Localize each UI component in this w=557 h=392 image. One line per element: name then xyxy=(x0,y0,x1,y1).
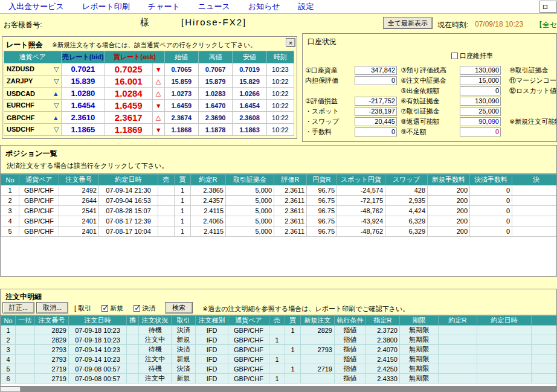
cell-exec-datetime xyxy=(477,335,532,345)
account-left-column: ①口座資産 347,842 内担保評価 0 ②評価損益 -217,752 ・スポ… xyxy=(305,65,399,137)
bid-rate: 1.6454 xyxy=(61,100,105,112)
filter-new-toggle[interactable]: 新規 xyxy=(101,304,132,312)
cell-exec-datetime: 07-09-14 21:30 xyxy=(99,185,158,196)
cell-order-no: 2644 xyxy=(59,196,99,206)
bid-trend-icon: ▲ xyxy=(53,90,59,97)
col-header: 約定R xyxy=(439,316,477,326)
account-row: ・手数料 0 xyxy=(305,127,399,137)
col-header-pair: 通貨ペア xyxy=(4,51,62,63)
account-row: ⑤出金依頼額 0 xyxy=(401,86,503,96)
cell-specified-rate: 2.4250 xyxy=(366,364,400,374)
position-table-area: No 通貨ペア 注文番号 約定日時 売 買 約定R 取引証拠金 評価R 円貨R … xyxy=(1,173,556,276)
search-button[interactable]: 検索 xyxy=(165,302,193,313)
edit-order-button[interactable]: 訂正... xyxy=(2,302,34,313)
cell-close-fee: 0 xyxy=(470,227,512,237)
cell-margin: 5,000 xyxy=(226,206,274,216)
close-icon[interactable]: × xyxy=(286,38,295,47)
position-row[interactable]: 2 GBP/CHF 2644 07-09-04 16:53 1 2.4357 5… xyxy=(1,196,557,206)
account-label: ・スワップ xyxy=(305,117,355,126)
cell-exec-datetime: 07-08-28 15:07 xyxy=(99,206,158,216)
cell-new-fee: 200 xyxy=(428,227,470,237)
rate-row[interactable]: ZARJPY▽ 15.839 16.001 △ 15.859 15.879 15… xyxy=(4,76,294,88)
order-row[interactable]: 3 2793 07-09-14 10:23 待機 決済 IFD GBP/CHF … xyxy=(1,345,557,355)
cell-jpy-rate: 96.75 xyxy=(307,227,337,237)
col-header: 注文番号 xyxy=(35,316,69,326)
position-panel-title: ポジション一覧 xyxy=(5,149,57,159)
ask-rate: 0.7025 xyxy=(105,63,152,76)
cell-pair: GBP/CHF xyxy=(228,345,269,355)
bid-rate: 0.7021 xyxy=(61,63,105,76)
position-row[interactable]: 4 GBP/CHF 2401 07-08-17 12:39 1 2.4065 5… xyxy=(1,216,557,227)
position-row[interactable]: 5 GBP/CHF 2401 07-08-17 10:04 1 2.4115 5… xyxy=(1,227,557,237)
checkbox-icon[interactable] xyxy=(101,305,108,312)
cell-pair: GBP/CHF xyxy=(19,185,59,196)
cell-exec-rate xyxy=(439,374,477,384)
rate-row[interactable]: USDCAD▲ 1.0280 1.0284 △ 1.0273 1.0283 1.… xyxy=(4,88,294,100)
cell-jpy-rate: 96.75 xyxy=(307,185,337,196)
currency-pair: NZDUSD xyxy=(7,65,34,72)
rate-row[interactable]: NZDUSD▽ 0.7021 0.7025 ▼ 0.7065 0.7067 0.… xyxy=(4,63,294,76)
filter-new-label: 新規 xyxy=(110,304,123,312)
col-header: 携 xyxy=(127,316,139,326)
rate-inquiry-panel: レート照会 ※新規注文をする場合には、該当通貨ペアの行をクリックして下さい。 ×… xyxy=(2,36,297,139)
cell-mobile xyxy=(127,345,139,355)
cell-exec-rate xyxy=(439,335,477,345)
menu-item-notice[interactable]: お知らせ xyxy=(248,1,280,12)
rate-row[interactable]: USDCHF▽ 1.1865 1.1869 ▼ 1.1868 1.1878 1.… xyxy=(4,124,294,136)
position-table: No 通貨ペア 注文番号 約定日時 売 買 約定R 取引証拠金 評価R 円貨R … xyxy=(1,174,556,237)
cell-pair: GBP/CHF xyxy=(228,326,269,335)
orders-panel-title: 注文中明細 xyxy=(5,292,42,302)
order-row[interactable]: 4 2793 07-09-14 10:23 注文中 新規 IFD GBP/CHF… xyxy=(1,355,557,364)
cell-no: 3 xyxy=(1,206,19,216)
cell-status: 待機 xyxy=(139,326,172,335)
rate-panel-note: ※新規注文をする場合には、該当通貨ペアの行をクリックして下さい。 xyxy=(52,41,256,50)
cancel-order-button[interactable]: 取消... xyxy=(36,302,68,313)
menu-item-deposit-withdrawal[interactable]: 入出金サービス xyxy=(8,1,64,12)
filter-close-toggle[interactable]: 決済 xyxy=(134,304,164,312)
bracket: [ xyxy=(74,304,76,312)
open-rate: 1.0273 xyxy=(164,88,198,100)
account-value: 0 xyxy=(355,127,397,137)
order-row[interactable]: 5 2719 07-09-08 00:57 待機 決済 IFD GBP/CHF … xyxy=(1,364,557,374)
corner-partial-button[interactable]: ロ xyxy=(539,1,557,13)
customer-honorific: 様 xyxy=(140,17,149,28)
cell-eval-rate: 2.3611 xyxy=(274,206,307,216)
trading-app: 入出金サービス レポート印刷 チャート ニュース お知らせ 設定 ロ お客様番号… xyxy=(0,0,557,392)
cell-status: 注文中 xyxy=(139,374,172,384)
account-label: ⑤出金依頼額 xyxy=(401,86,460,95)
bid-trend-icon: ▲ xyxy=(53,114,59,121)
order-row[interactable]: 6 2719 07-09-08 00:57 注文中 新規 IFD GBP/CHF… xyxy=(1,374,557,384)
cell-order-type: IFD xyxy=(196,364,228,374)
trade-filter-label: 取引 xyxy=(78,304,91,312)
cell-blank xyxy=(512,216,557,227)
col-header: No xyxy=(1,175,19,185)
rate-row[interactable]: GBPCHF▲ 2.3610 2.3617 △ 2.3674 2.3690 2.… xyxy=(4,112,294,124)
cell-batch xyxy=(16,335,35,345)
checkbox-icon[interactable] xyxy=(451,53,458,59)
menu-item-news[interactable]: ニュース xyxy=(198,1,230,12)
order-row[interactable]: 2 2829 07-09-18 10:23 注文中 新規 IFD GBP/CHF… xyxy=(1,335,557,345)
horizontal-scrollbar[interactable] xyxy=(0,387,557,392)
cell-buy: 1 xyxy=(175,216,191,227)
refresh-all-button[interactable]: 全て最新表示 xyxy=(383,17,433,29)
position-row[interactable]: 1 GBP/CHF 2492 07-09-14 21:30 1 2.3865 5… xyxy=(1,185,557,196)
rate-row[interactable]: EURCHF▽ 1.6454 1.6459 ▼ 1.6459 1.6470 1.… xyxy=(4,100,294,112)
col-header-open: 始値 xyxy=(164,51,198,63)
scrollbar-thumb[interactable] xyxy=(0,387,21,392)
rate-table-header-row: 通貨ペア 売レート(bid) 買レート(ask) 始値 高値 安値 時刻 xyxy=(4,51,294,63)
rate-time: 10:23 xyxy=(266,63,294,76)
menu-item-chart[interactable]: チャート xyxy=(148,1,180,12)
filter-close-label: 決済 xyxy=(142,304,155,312)
cell-swap: 4,424 xyxy=(385,206,428,216)
checkbox-icon[interactable] xyxy=(134,305,140,312)
order-row[interactable]: 1 2829 07-09-18 10:23 待機 決済 IFD GBP/CHF … xyxy=(1,326,557,335)
cell-trade: 決済 xyxy=(172,326,196,335)
menu-item-settings[interactable]: 設定 xyxy=(298,1,314,12)
account-label: 内担保評価 xyxy=(305,76,355,85)
cell-batch xyxy=(16,355,35,364)
menu-item-report-print[interactable]: レポート印刷 xyxy=(82,1,130,12)
cell-spot-jpy: -43,924 xyxy=(337,216,385,227)
maintenance-ratio-toggle[interactable]: 口座維持率 xyxy=(451,51,493,60)
position-row[interactable]: 3 GBP/CHF 2541 07-08-28 15:07 1 2.4115 5… xyxy=(1,206,557,216)
cell-pair: GBP/CHF xyxy=(19,227,59,237)
